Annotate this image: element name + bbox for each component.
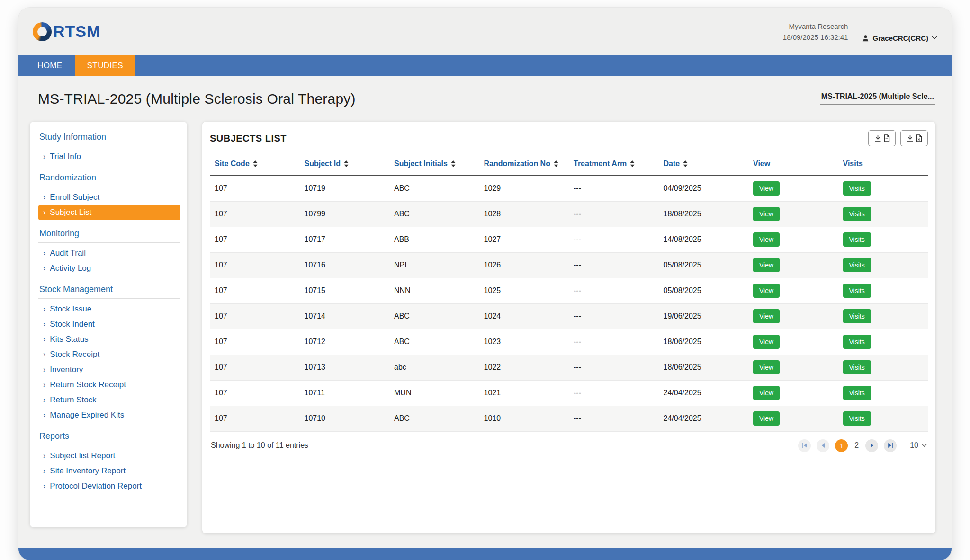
org-name: Myvanta Research xyxy=(783,21,848,32)
view-button[interactable]: View xyxy=(753,181,780,196)
visits-button[interactable]: Visits xyxy=(843,360,871,374)
sidebar-item-stock-indent[interactable]: › Stock Indent xyxy=(38,317,180,332)
cell-subject-initials: MUN xyxy=(389,380,479,406)
sidebar-item-label: Stock Receipt xyxy=(50,350,99,359)
cell-randomization-no: 1021 xyxy=(479,380,569,406)
column-header-site-code[interactable]: Site Code xyxy=(210,153,300,176)
sidebar-item-audit-trail[interactable]: › Audit Trail xyxy=(38,246,180,261)
study-selector[interactable]: MS-TRIAL-2025 (Multiple Scle... xyxy=(820,92,935,105)
cell-date: 18/06/2025 xyxy=(659,355,749,380)
view-button[interactable]: View xyxy=(753,386,780,400)
page-1-button[interactable]: 1 xyxy=(835,439,848,452)
chevron-down-icon xyxy=(932,36,937,40)
sidebar-item-manage-expired-kits[interactable]: › Manage Expired Kits xyxy=(38,408,180,423)
visits-button[interactable]: Visits xyxy=(843,207,871,221)
cell-subject-id: 10717 xyxy=(300,227,390,252)
sidebar-item-subject-list-report[interactable]: › Subject list Report xyxy=(38,448,180,463)
sort-icon xyxy=(554,160,558,167)
cell-randomization-no: 1024 xyxy=(479,303,569,329)
sidebar-item-site-inventory-report[interactable]: › Site Inventory Report xyxy=(38,463,180,479)
cell-date: 05/08/2025 xyxy=(659,252,749,278)
nav-home[interactable]: HOME xyxy=(25,55,75,76)
datetime: 18/09/2025 16:32:41 xyxy=(783,32,848,43)
last-page-button[interactable] xyxy=(884,439,897,452)
cell-view: View xyxy=(748,201,838,227)
column-header-randomization-no[interactable]: Randomization No xyxy=(479,153,569,176)
logo-o-icon xyxy=(33,22,52,41)
view-button[interactable]: View xyxy=(753,284,780,298)
visits-button[interactable]: Visits xyxy=(843,386,871,400)
column-header-date[interactable]: Date xyxy=(659,153,749,176)
view-button[interactable]: View xyxy=(753,232,780,247)
sidebar-item-stock-issue[interactable]: › Stock Issue xyxy=(38,302,180,317)
sidebar-item-subject-list[interactable]: › Subject List xyxy=(38,205,180,220)
visits-button[interactable]: Visits xyxy=(843,258,871,272)
cell-randomization-no: 1023 xyxy=(479,329,569,355)
visits-button[interactable]: Visits xyxy=(843,232,871,247)
chevron-right-icon: › xyxy=(43,305,45,313)
sidebar-item-return-stock[interactable]: › Return Stock xyxy=(38,392,180,408)
column-header-subject-initials[interactable]: Subject Initials xyxy=(389,153,479,176)
chevron-right-icon: › xyxy=(43,467,45,475)
prev-page-icon xyxy=(820,442,826,449)
sidebar-item-label: Stock Issue xyxy=(50,304,91,314)
view-button[interactable]: View xyxy=(753,335,780,349)
divider xyxy=(38,146,180,146)
cell-visits: Visits xyxy=(838,303,928,329)
user-menu[interactable]: GraceCRC(CRC) xyxy=(862,34,937,43)
column-header-treatment-arm[interactable]: Treatment Arm xyxy=(569,153,659,176)
sidebar-item-kits-status[interactable]: › Kits Status xyxy=(38,332,180,347)
panel-header: SUBJECTS LIST xyxy=(210,130,928,146)
sidebar-item-enroll-subject[interactable]: › Enroll Subject xyxy=(38,190,180,205)
first-page-button[interactable] xyxy=(798,439,811,452)
view-button[interactable]: View xyxy=(753,411,780,426)
column-label: Site Code xyxy=(215,160,250,168)
divider xyxy=(38,298,180,299)
cell-site-code: 107 xyxy=(210,380,300,406)
cell-date: 24/04/2025 xyxy=(659,380,749,406)
nav-studies[interactable]: STUDIES xyxy=(75,55,135,76)
visits-button[interactable]: Visits xyxy=(843,411,871,426)
cell-site-code: 107 xyxy=(210,227,300,252)
sidebar-item-activity-log[interactable]: › Activity Log xyxy=(38,261,180,276)
page-2-button[interactable]: 2 xyxy=(853,441,860,450)
visits-button[interactable]: Visits xyxy=(843,335,871,349)
visits-button[interactable]: Visits xyxy=(843,284,871,298)
sidebar-item-trial-info[interactable]: › Trial Info xyxy=(38,149,180,164)
column-label: Subject Id xyxy=(305,160,341,168)
sidebar-item-stock-receipt[interactable]: › Stock Receipt xyxy=(38,347,180,362)
visits-button[interactable]: Visits xyxy=(843,181,871,196)
export-excel-button[interactable] xyxy=(900,130,928,146)
view-button[interactable]: View xyxy=(753,258,780,272)
view-button[interactable]: View xyxy=(753,309,780,323)
sidebar-section-stock-management: Stock Management › Stock Issue › Stock I… xyxy=(38,284,180,423)
table-row: 107 10715 NNN 1025 --- 05/08/2025 View V… xyxy=(210,278,928,303)
next-page-button[interactable] xyxy=(865,439,878,452)
sidebar-item-protocol-deviation-report[interactable]: › Protocol Deviation Report xyxy=(38,479,180,494)
view-button[interactable]: View xyxy=(753,207,780,221)
chevron-right-icon: › xyxy=(43,249,45,257)
sidebar-item-return-stock-receipt[interactable]: › Return Stock Receipt xyxy=(38,377,180,392)
prev-page-button[interactable] xyxy=(817,439,829,452)
cell-visits: Visits xyxy=(838,252,928,278)
sidebar-item-inventory[interactable]: › Inventory xyxy=(38,362,180,377)
cell-view: View xyxy=(748,227,838,252)
cell-treatment-arm: --- xyxy=(569,329,659,355)
view-button[interactable]: View xyxy=(753,360,780,374)
visits-button[interactable]: Visits xyxy=(843,309,871,323)
table-row: 107 10716 NPI 1026 --- 05/08/2025 View V… xyxy=(210,252,928,278)
page-size-select[interactable]: 10 xyxy=(910,441,927,450)
cell-view: View xyxy=(748,355,838,380)
column-header-visits: Visits xyxy=(838,153,928,176)
column-header-subject-id[interactable]: Subject Id xyxy=(300,153,390,176)
sidebar-section-heading: Monitoring xyxy=(39,229,180,239)
chevron-right-icon: › xyxy=(43,265,45,272)
subjects-panel: SUBJECTS LIST xyxy=(202,122,935,533)
sidebar-item-label: Protocol Deviation Report xyxy=(50,481,142,491)
table-row: 107 10713 abc 1022 --- 18/06/2025 View V… xyxy=(210,355,928,380)
chevron-right-icon: › xyxy=(43,351,45,358)
cell-subject-initials: ABC xyxy=(389,303,479,329)
column-header-view: View xyxy=(748,153,838,176)
export-pdf-button[interactable] xyxy=(868,130,896,146)
cell-randomization-no: 1022 xyxy=(479,355,569,380)
